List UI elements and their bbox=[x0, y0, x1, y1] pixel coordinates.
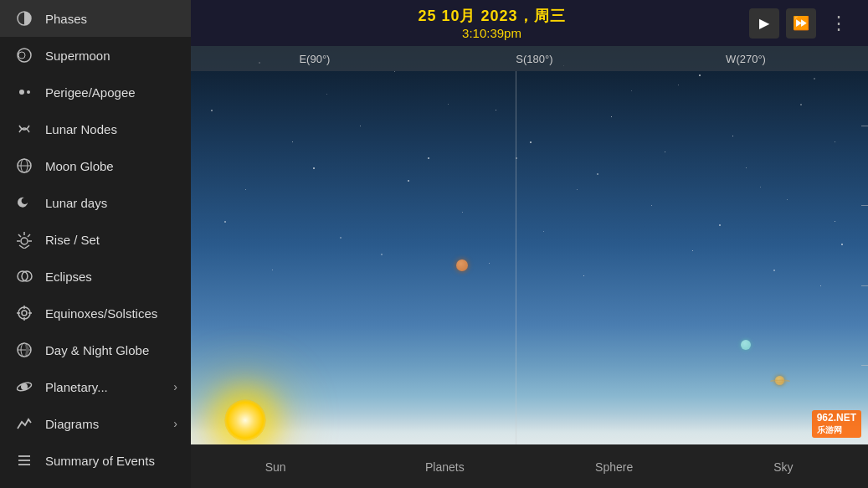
sidebar-item-rise-set[interactable]: Rise / Set bbox=[0, 221, 191, 258]
compass-label-S(180°): S(180°) bbox=[516, 53, 552, 65]
watermark: 962.NET 乐游网 bbox=[812, 410, 861, 438]
tick-3 bbox=[861, 285, 868, 286]
summary-icon bbox=[13, 449, 35, 471]
main-content: 25 10月 2023，周三 3:10:39pm ▶ ⏩ ⋮ E(90°)S(1… bbox=[191, 0, 868, 488]
chevron-icon-planetary: › bbox=[173, 380, 177, 393]
meridian-line bbox=[516, 71, 516, 444]
svg-point-3 bbox=[19, 90, 24, 95]
svg-point-1 bbox=[18, 49, 31, 62]
eclipses-icon bbox=[13, 265, 35, 287]
planet-mars[interactable] bbox=[456, 259, 468, 271]
perigee-apogee-icon bbox=[13, 81, 35, 103]
moon-globe-icon bbox=[13, 155, 35, 177]
sidebar-item-eclipses[interactable]: Eclipses bbox=[0, 258, 191, 295]
tab-sphere[interactable]: Sphere bbox=[530, 444, 699, 488]
compass-label-E(90°): E(90°) bbox=[299, 53, 330, 65]
rise-set-icon bbox=[13, 229, 35, 250]
lunar-days-icon bbox=[13, 192, 35, 213]
sidebar-item-perigee-apogee[interactable]: Perigee/Apogee bbox=[0, 74, 191, 110]
chevron-icon-diagrams: › bbox=[173, 417, 177, 430]
sidebar-item-label-eclipses: Eclipses bbox=[45, 270, 177, 284]
sidebar-item-moon-globe[interactable]: Moon Globe bbox=[0, 147, 191, 184]
tick-4 bbox=[861, 365, 868, 366]
svg-line-11 bbox=[28, 234, 30, 237]
sidebar-item-label-diagrams: Diagrams bbox=[45, 417, 173, 431]
tab-sun[interactable]: Sun bbox=[191, 444, 360, 488]
sidebar-item-day-night[interactable]: Day & Night Globe bbox=[0, 331, 191, 368]
sidebar-item-label-perigee-apogee: Perigee/Apogee bbox=[45, 85, 177, 100]
compass-bar: E(90°)S(180°)W(270°) bbox=[191, 46, 868, 71]
svg-point-4 bbox=[27, 90, 30, 94]
sidebar-item-lunar-days[interactable]: Lunar days bbox=[0, 184, 191, 221]
svg-point-17 bbox=[22, 311, 27, 316]
play-button[interactable]: ▶ bbox=[749, 8, 779, 39]
sidebar-item-label-phases: Phases bbox=[45, 12, 177, 26]
bottom-tabs: SunPlanetsSphereSky bbox=[191, 444, 868, 488]
sidebar-item-summary[interactable]: Summary of Events bbox=[0, 442, 191, 479]
sidebar-item-label-summary: Summary of Events bbox=[45, 454, 177, 468]
planetary-icon bbox=[13, 376, 35, 398]
tick-1 bbox=[861, 126, 868, 126]
tick-2 bbox=[861, 205, 868, 206]
tab-sky[interactable]: Sky bbox=[699, 444, 868, 488]
sidebar-item-supermoon[interactable]: Supermoon bbox=[0, 37, 191, 74]
sidebar-item-astro-calc[interactable]: Astro calculator bbox=[0, 479, 191, 488]
svg-line-10 bbox=[18, 234, 21, 237]
sidebar-item-equinoxes[interactable]: Equinoxes/Solstices bbox=[0, 295, 191, 331]
sidebar-item-label-supermoon: Supermoon bbox=[45, 49, 177, 63]
day-night-icon bbox=[13, 339, 35, 361]
sidebar: PhasesSupermoonPerigee/ApogeeLunar Nodes… bbox=[0, 0, 191, 488]
top-bar-time: 3:10:39pm bbox=[234, 26, 749, 40]
top-bar-date: 25 10月 2023，周三 bbox=[234, 6, 749, 26]
equinoxes-icon bbox=[13, 302, 35, 324]
diagrams-icon bbox=[13, 413, 35, 434]
sidebar-item-label-moon-globe: Moon Globe bbox=[45, 159, 177, 173]
fast-forward-button[interactable]: ⏩ bbox=[786, 8, 816, 39]
sidebar-item-label-lunar-days: Lunar days bbox=[45, 196, 177, 210]
sidebar-item-lunar-nodes[interactable]: Lunar Nodes bbox=[0, 110, 191, 147]
sidebar-item-phases[interactable]: Phases bbox=[0, 0, 191, 37]
svg-point-8 bbox=[21, 238, 28, 244]
top-bar: 25 10月 2023，周三 3:10:39pm ▶ ⏩ ⋮ bbox=[191, 0, 868, 46]
sidebar-item-label-lunar-nodes: Lunar Nodes bbox=[45, 122, 177, 136]
sidebar-item-planetary[interactable]: Planetary...› bbox=[0, 368, 191, 405]
sidebar-item-label-planetary: Planetary... bbox=[45, 380, 173, 394]
sky-background bbox=[191, 46, 868, 444]
top-bar-controls: ▶ ⏩ ⋮ bbox=[749, 8, 855, 39]
sun-object[interactable] bbox=[224, 399, 266, 441]
phases-icon bbox=[13, 8, 35, 29]
sidebar-item-label-day-night: Day & Night Globe bbox=[45, 343, 177, 357]
compass-label-W(270°): W(270°) bbox=[726, 53, 766, 65]
sidebar-item-label-equinoxes: Equinoxes/Solstices bbox=[45, 306, 177, 321]
supermoon-icon bbox=[13, 44, 35, 66]
sidebar-item-diagrams[interactable]: Diagrams› bbox=[0, 405, 191, 442]
top-bar-center: 25 10月 2023，周三 3:10:39pm bbox=[234, 6, 749, 40]
sidebar-item-label-rise-set: Rise / Set bbox=[45, 233, 177, 247]
lunar-nodes-icon bbox=[13, 118, 35, 140]
svg-point-16 bbox=[18, 307, 30, 319]
svg-point-2 bbox=[18, 52, 25, 59]
sky-view: E(90°)S(180°)W(270°) 962.NET 乐游网 bbox=[191, 46, 868, 444]
menu-icon[interactable]: ⋮ bbox=[823, 9, 855, 38]
tab-planets[interactable]: Planets bbox=[360, 444, 529, 488]
